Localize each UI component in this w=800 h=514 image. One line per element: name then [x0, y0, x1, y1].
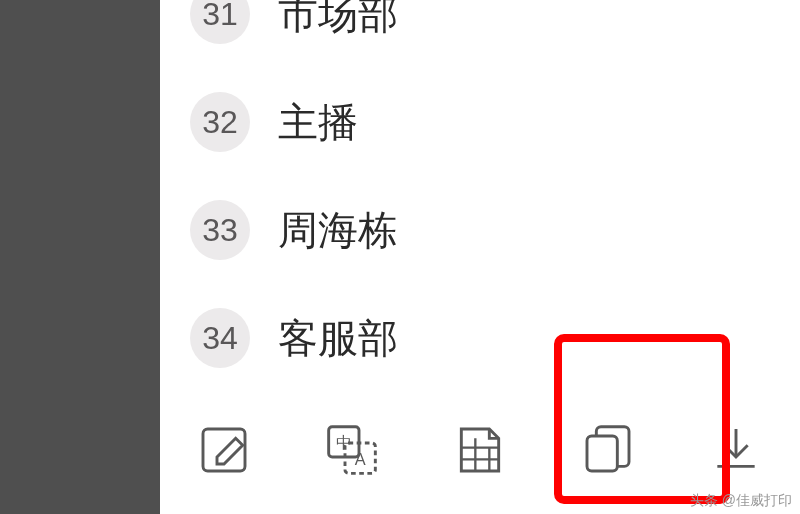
item-label: 客服部: [278, 311, 398, 366]
svg-rect-5: [587, 436, 617, 471]
main-panel: 31 市场部 32 主播 33 周海栋 34 客服部 中: [160, 0, 800, 514]
copy-button[interactable]: [574, 414, 642, 486]
item-number-badge: 31: [190, 0, 250, 44]
table-extract-icon: [452, 422, 508, 478]
download-button[interactable]: [702, 414, 770, 486]
svg-text:A: A: [355, 450, 366, 468]
item-number-badge: 32: [190, 92, 250, 152]
translate-button[interactable]: 中 A: [318, 414, 386, 486]
edit-icon: [196, 422, 252, 478]
list-item[interactable]: 32 主播: [160, 68, 800, 176]
watermark: 头条 @佳威打印: [690, 492, 792, 510]
item-label: 周海栋: [278, 203, 398, 258]
extract-button[interactable]: [446, 414, 514, 486]
toolbar: 中 A: [190, 414, 770, 486]
item-number-badge: 34: [190, 308, 250, 368]
download-icon: [708, 422, 764, 478]
copy-icon: [580, 422, 636, 478]
list-item[interactable]: 33 周海栋: [160, 176, 800, 284]
translate-icon: 中 A: [324, 422, 380, 478]
list-item[interactable]: 31 市场部: [160, 0, 800, 68]
edit-button[interactable]: [190, 414, 258, 486]
item-label: 市场部: [278, 0, 398, 42]
dark-sidebar: [0, 0, 160, 514]
list: 31 市场部 32 主播 33 周海栋 34 客服部: [160, 0, 800, 392]
list-item[interactable]: 34 客服部: [160, 284, 800, 392]
item-label: 主播: [278, 95, 358, 150]
item-number-badge: 33: [190, 200, 250, 260]
